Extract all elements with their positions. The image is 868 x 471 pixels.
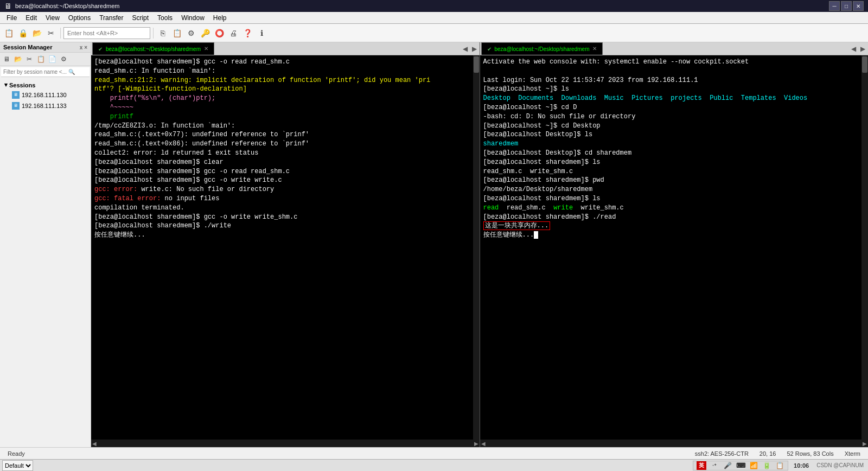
left-terminal-body[interactable]: [beza@localhost sharedmem]$ gcc -o read …: [91, 55, 480, 440]
session-panel: Session Manager x × 🖥 📂 ✂ 📋 📄 ⚙ 🔍 ▾ Sess…: [0, 42, 91, 447]
session-tb-6[interactable]: ⚙: [58, 54, 69, 65]
toolbar-copy-btn[interactable]: ⎘: [156, 27, 169, 40]
terminal-icon-right: ✔: [487, 46, 492, 52]
toolbar-btn-7[interactable]: ⭕: [213, 27, 226, 40]
status-ready: Ready: [4, 450, 28, 457]
menu-script[interactable]: Script: [127, 12, 153, 23]
right-tab-next[interactable]: ▶: [859, 45, 867, 53]
terminal-line: [beza@localhost sharedmem]$ clear: [94, 158, 476, 167]
right-pane-tab-bar: ✔ beza@localhost:~/Desktop/sharedmem ✕ ◀…: [480, 42, 869, 55]
right-scroll-right[interactable]: ▶: [863, 441, 867, 447]
tray-icon-keyboard[interactable]: ⌨: [736, 461, 745, 470]
right-terminal-scrollbar[interactable]: [861, 55, 868, 440]
session-filter-input[interactable]: [3, 69, 68, 75]
toolbar-btn-4[interactable]: ✂: [44, 27, 58, 40]
tray-icon-battery[interactable]: 🔋: [762, 461, 771, 470]
status-size: 52 Rows, 83 Cols: [783, 450, 837, 457]
terminal-line: 按任意键继续...: [94, 231, 476, 240]
toolbar-btn-5[interactable]: ⚙: [184, 27, 197, 40]
toolbar-btn-6[interactable]: 🔑: [199, 27, 212, 40]
right-pane-tab[interactable]: ✔ beza@localhost:~/Desktop/sharedmem ✕: [481, 42, 603, 55]
terminal-line: sharedmem: [483, 139, 865, 149]
tray-icon-clipboard[interactable]: 📋: [775, 461, 784, 470]
terminal-line: -bash: cd: D: No such file or directory: [483, 112, 865, 122]
menu-file[interactable]: File: [2, 12, 21, 23]
left-scroll-right[interactable]: ▶: [474, 441, 478, 447]
tray-icon-audio[interactable]: 🎤: [723, 461, 732, 470]
session-tb-2[interactable]: 📂: [12, 54, 23, 65]
left-tab-prev[interactable]: ◀: [461, 45, 469, 53]
terminal-line: collect2: error: ld returned 1 exit stat…: [94, 149, 476, 158]
right-pane-tab-nav: ◀ ▶: [850, 45, 867, 53]
right-tab-prev[interactable]: ◀: [850, 45, 858, 53]
left-tab-next[interactable]: ▶: [470, 45, 478, 53]
left-pane-tab[interactable]: ✔ beza@localhost:~/Desktop/sharedmem ✕: [92, 42, 214, 55]
toolbar-btn-3[interactable]: 📂: [30, 27, 43, 40]
session-item-133[interactable]: 🖥 192.168.111.133: [1, 100, 90, 111]
menu-window[interactable]: Window: [177, 12, 209, 23]
terminal-line: read_shm.c write_shm.c: [483, 167, 865, 176]
left-scroll-left[interactable]: ◀: [92, 441, 97, 447]
clock: 10:06: [790, 462, 812, 469]
toolbar-btn-print[interactable]: 🖨: [227, 27, 240, 40]
terminal-line: /home/beza/Desktop/sharedmem: [483, 185, 865, 194]
terminal-line: [beza@localhost ~]$ ls: [483, 85, 865, 94]
app-icon: 🖥: [4, 2, 12, 10]
menu-view[interactable]: View: [41, 12, 64, 23]
session-tb-1[interactable]: 🖥: [1, 54, 12, 65]
session-tb-3[interactable]: ✂: [24, 54, 35, 65]
terminal-line: read_shm.c:21:2: warning: implicit decla…: [94, 76, 476, 85]
terminal-line: read read_shm.c write write_shm.c: [483, 203, 865, 213]
session-tb-5[interactable]: 📄: [47, 54, 58, 65]
tray-icon-network[interactable]: 📶: [749, 461, 758, 470]
close-button[interactable]: ✕: [853, 1, 864, 11]
default-dropdown[interactable]: Default: [2, 460, 33, 471]
left-tab-close[interactable]: ✕: [204, 46, 208, 52]
terminal-line: [beza@localhost sharedmem]$ ./write: [94, 221, 476, 231]
session-panel-close[interactable]: x ×: [80, 44, 87, 50]
terminal-line: [beza@localhost sharedmem]$ ls: [483, 158, 865, 167]
toolbar-sep-2: [153, 28, 154, 39]
tray-icon-mic[interactable]: ·⁺: [710, 461, 719, 470]
left-terminal-scrollbar[interactable]: [473, 55, 480, 440]
terminal-line: ntf'? [-Wimplicit-function-declaration]: [94, 85, 476, 94]
status-term: Xterm: [841, 450, 864, 457]
terminal-line: gcc: error: write.c: No such file or dir…: [94, 185, 476, 194]
terminal-line: [beza@localhost sharedmem]$ gcc -o read …: [94, 58, 476, 67]
toolbar-sep-1: [60, 28, 61, 39]
menu-bar: File Edit View Options Transfer Script T…: [0, 12, 868, 24]
session-item-130[interactable]: 🖥 192.168.111.130: [1, 90, 90, 100]
session-panel-title: Session Manager: [3, 44, 52, 50]
menu-tools[interactable]: Tools: [153, 12, 177, 23]
right-tab-close[interactable]: ✕: [592, 46, 597, 52]
terminal-line: [beza@localhost sharedmem]$ gcc -o write…: [94, 213, 476, 222]
toolbar-btn-2[interactable]: 🔒: [16, 27, 29, 40]
minimize-button[interactable]: ─: [829, 1, 840, 11]
toolbar-btn-help[interactable]: ❓: [241, 27, 254, 40]
menu-edit[interactable]: Edit: [21, 12, 41, 23]
toolbar-btn-1[interactable]: 📋: [2, 27, 15, 40]
terminal-icon-left: ✔: [98, 46, 103, 52]
right-scroll-left[interactable]: ◀: [481, 441, 486, 447]
maximize-button[interactable]: □: [841, 1, 852, 11]
host-input[interactable]: [63, 27, 150, 39]
session-panel-toolbar: 🖥 📂 ✂ 📋 📄 ⚙: [0, 53, 91, 66]
terminal-line: /tmp/ccZE8ZI3.o: In function `main':: [94, 122, 476, 131]
menu-help[interactable]: Help: [209, 12, 231, 23]
toolbar-btn-info[interactable]: ℹ: [255, 27, 268, 40]
taskbar-right: 英 ·⁺ 🎤 ⌨ 📶 🔋 📋 10:06 CSDN @CAPiNUM: [693, 461, 866, 470]
tray-icon-lang[interactable]: 英: [697, 461, 706, 470]
terminal-line: [beza@localhost Desktop]$ cd sharedmem: [483, 149, 865, 158]
main-container: Session Manager x × 🖥 📂 ✂ 📋 📄 ⚙ 🔍 ▾ Sess…: [0, 42, 868, 447]
menu-transfer[interactable]: Transfer: [95, 12, 127, 23]
left-pane-tab-nav: ◀ ▶: [461, 45, 478, 53]
toolbar-paste-btn[interactable]: 📋: [170, 27, 183, 40]
terminal-line: [beza@localhost ~]$ cd Desktop: [483, 122, 865, 131]
sessions-tree: ▾ Sessions 🖥 192.168.111.130 🖥 192.168.1…: [0, 78, 91, 113]
sessions-group-label[interactable]: ▾ Sessions: [1, 80, 90, 90]
session-tb-4[interactable]: 📋: [35, 54, 46, 65]
default-dropdown-wrapper: Default: [2, 460, 33, 471]
menu-options[interactable]: Options: [64, 12, 95, 23]
left-tab-label: beza@localhost:~/Desktop/sharedmem: [106, 46, 201, 52]
right-terminal-body[interactable]: Activate the web console with: systemctl…: [480, 55, 869, 440]
